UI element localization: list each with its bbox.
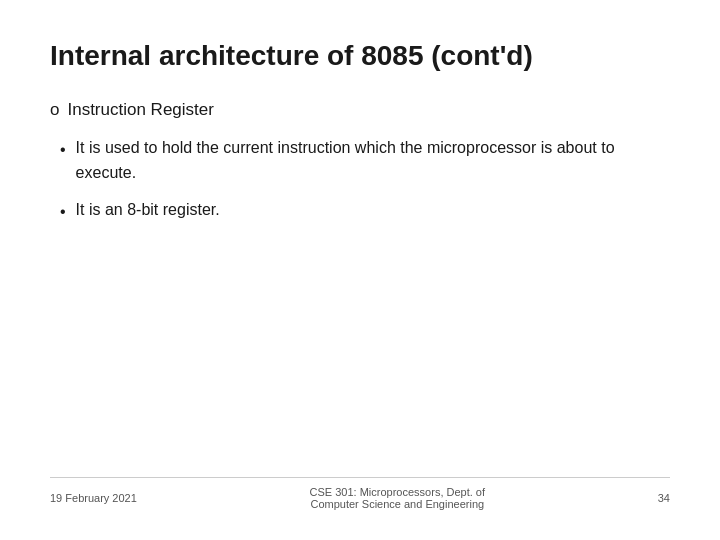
slide-footer: 19 February 2021 CSE 301: Microprocessor… — [50, 477, 670, 510]
slide-title: Internal architecture of 8085 (cont'd) — [50, 40, 670, 72]
bullet-dot-1: • — [60, 138, 66, 163]
footer-page-number: 34 — [658, 492, 670, 504]
section-bullet: o — [50, 100, 59, 120]
bullet-dot-2: • — [60, 200, 66, 225]
footer-center: CSE 301: Microprocessors, Dept. of Compu… — [310, 486, 485, 510]
footer-center-line1: CSE 301: Microprocessors, Dept. of — [310, 486, 485, 498]
list-item: • It is an 8-bit register. — [60, 198, 670, 225]
slide: Internal architecture of 8085 (cont'd) o… — [0, 0, 720, 540]
section-heading: o Instruction Register — [50, 100, 670, 120]
content-area: • It is used to hold the current instruc… — [50, 136, 670, 477]
list-item: • It is used to hold the current instruc… — [60, 136, 670, 186]
footer-center-line2: Computer Science and Engineering — [310, 498, 485, 510]
bullet-text-2: It is an 8-bit register. — [76, 198, 670, 223]
bullet-text-1: It is used to hold the current instructi… — [76, 136, 670, 186]
footer-date: 19 February 2021 — [50, 492, 137, 504]
section-heading-text: Instruction Register — [67, 100, 213, 120]
